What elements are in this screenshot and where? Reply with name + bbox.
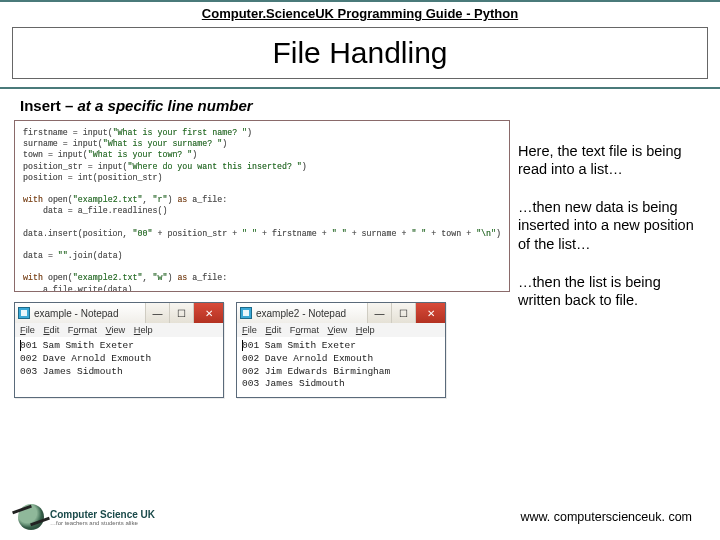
notepad-icon xyxy=(240,307,252,319)
titlebar[interactable]: example - Notepad — ☐ ✕ xyxy=(15,303,223,323)
logo-line1: Computer Science UK xyxy=(50,509,155,520)
menu-view[interactable]: View xyxy=(106,325,126,335)
menu-format[interactable]: Format xyxy=(68,325,97,335)
menu-help[interactable]: Help xyxy=(356,325,375,335)
footer-url: www. computerscienceuk. com xyxy=(520,510,692,524)
close-button[interactable]: ✕ xyxy=(193,303,223,323)
menu-view[interactable]: View xyxy=(328,325,348,335)
menu-help[interactable]: Help xyxy=(134,325,153,335)
menu-bar[interactable]: File Edit Format View Help xyxy=(15,323,223,337)
footer-logo: Computer Science UK …for teachers and st… xyxy=(18,504,155,530)
menu-edit[interactable]: Edit xyxy=(265,325,281,335)
content-row: firstname = input("What is your first na… xyxy=(0,120,720,398)
window-title: example2 - Notepad xyxy=(256,308,367,319)
minimize-button[interactable]: — xyxy=(145,303,169,323)
logo-text: Computer Science UK …for teachers and st… xyxy=(50,509,155,526)
explain-p1: Here, the text file is being read into a… xyxy=(518,142,706,178)
explain-p3: …then the list is being written back to … xyxy=(518,273,706,309)
text-area[interactable]: 001 Sam Smith Exeter 002 Dave Arnold Exm… xyxy=(15,337,223,384)
menu-file[interactable]: File xyxy=(20,325,35,335)
left-column: firstname = input("What is your first na… xyxy=(14,120,510,398)
notepad-icon xyxy=(18,307,30,319)
notepad-window-1: example - Notepad — ☐ ✕ File Edit Format… xyxy=(14,302,224,398)
explain-p2: …then new data is being inserted into a … xyxy=(518,198,706,252)
globe-icon xyxy=(18,504,44,530)
subhead-emph: at a specific line number xyxy=(78,97,253,114)
window-title: example - Notepad xyxy=(34,308,145,319)
subhead-lead: Insert – xyxy=(20,97,78,114)
page-title: File Handling xyxy=(13,36,707,70)
notepad-window-2: example2 - Notepad — ☐ ✕ File Edit Forma… xyxy=(236,302,446,398)
section-subhead: Insert – at a specific line number xyxy=(0,89,720,120)
menu-format[interactable]: Format xyxy=(290,325,319,335)
code-editor: firstname = input("What is your first na… xyxy=(14,120,510,292)
menu-file[interactable]: File xyxy=(242,325,257,335)
logo-line2: …for teachers and students alike xyxy=(50,520,155,526)
titlebar[interactable]: example2 - Notepad — ☐ ✕ xyxy=(237,303,445,323)
title-box: File Handling xyxy=(12,27,708,79)
menu-bar[interactable]: File Edit Format View Help xyxy=(237,323,445,337)
minimize-button[interactable]: — xyxy=(367,303,391,323)
text-area[interactable]: 001 Sam Smith Exeter 002 Dave Arnold Exm… xyxy=(237,337,445,397)
close-button[interactable]: ✕ xyxy=(415,303,445,323)
maximize-button[interactable]: ☐ xyxy=(391,303,415,323)
maximize-button[interactable]: ☐ xyxy=(169,303,193,323)
notepad-row: example - Notepad — ☐ ✕ File Edit Format… xyxy=(14,302,510,398)
right-column: Here, the text file is being read into a… xyxy=(518,120,706,398)
menu-edit[interactable]: Edit xyxy=(43,325,59,335)
brand-line: Computer.ScienceUK Programming Guide - P… xyxy=(0,6,720,21)
footer: Computer Science UK …for teachers and st… xyxy=(0,504,720,530)
header-band: Computer.ScienceUK Programming Guide - P… xyxy=(0,0,720,89)
